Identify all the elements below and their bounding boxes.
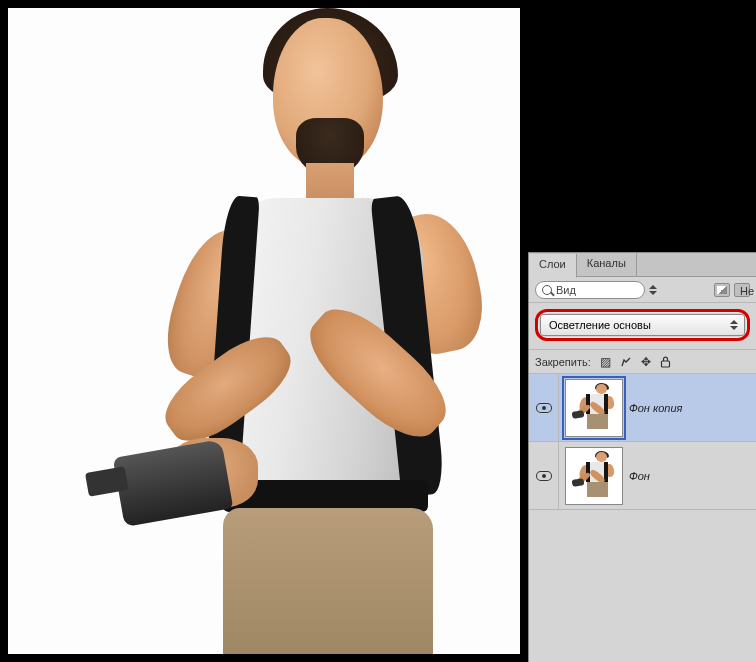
layer-name-label[interactable]: Фон копия: [629, 402, 682, 414]
layers-panel: Слои Каналы Вид Осветление основы Закреп…: [528, 252, 756, 662]
canvas-figure: [128, 18, 478, 654]
layer-kind-label: Вид: [556, 284, 576, 296]
blend-mode-select[interactable]: Осветление основы: [540, 314, 745, 336]
filter-stepper-icon[interactable]: [649, 283, 657, 297]
chevron-updown-icon: [730, 318, 738, 332]
layer-thumbnail[interactable]: [565, 379, 623, 437]
document-canvas[interactable]: [8, 8, 520, 654]
lock-position-icon[interactable]: ✥: [639, 355, 653, 369]
lock-icons: ▨ ✥: [599, 355, 673, 369]
lock-row: Закрепить: ▨ ✥: [529, 350, 756, 374]
layer-visibility-toggle[interactable]: [529, 442, 559, 509]
lock-pixels-icon[interactable]: [619, 355, 633, 369]
layer-filter-row: Вид: [529, 277, 756, 303]
tab-channels[interactable]: Каналы: [577, 253, 637, 277]
layer-name-label[interactable]: Фон: [629, 470, 650, 482]
panel-tabs: Слои Каналы: [529, 253, 756, 277]
lock-all-icon[interactable]: [659, 355, 673, 369]
opacity-label-truncated: Не: [740, 285, 754, 297]
layer-kind-filter[interactable]: Вид: [535, 281, 645, 299]
blend-mode-row: Осветление основы: [529, 303, 756, 350]
tab-layers[interactable]: Слои: [529, 254, 577, 278]
layer-visibility-toggle[interactable]: [529, 374, 559, 441]
layer-row-fon-copy[interactable]: Фон копия: [529, 374, 756, 442]
blend-highlight-annotation: Осветление основы: [535, 309, 750, 341]
svg-rect-0: [662, 361, 670, 367]
eye-icon: [536, 403, 552, 413]
layer-row-fon[interactable]: Фон: [529, 442, 756, 510]
lock-label: Закрепить:: [535, 356, 591, 368]
lock-transparency-icon[interactable]: ▨: [599, 355, 613, 369]
blend-mode-value: Осветление основы: [549, 319, 651, 331]
eye-icon: [536, 471, 552, 481]
layer-thumbnail[interactable]: [565, 447, 623, 505]
search-icon: [542, 285, 552, 295]
layers-list: Фон копия Фон: [529, 374, 756, 510]
filter-pixel-icon[interactable]: [714, 283, 730, 297]
